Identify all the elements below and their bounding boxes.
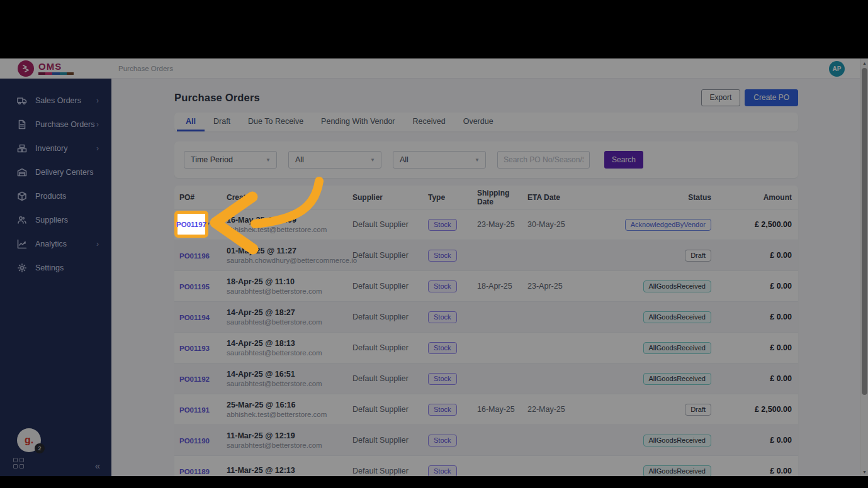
dim-overlay — [0, 58, 868, 476]
annotation-highlight-box: PO01197 — [174, 211, 208, 238]
highlighted-po-link[interactable]: PO01197 — [176, 221, 206, 228]
screenshot-stage: OMS Purchase Orders AP Sales Orders › Pu… — [0, 0, 868, 488]
